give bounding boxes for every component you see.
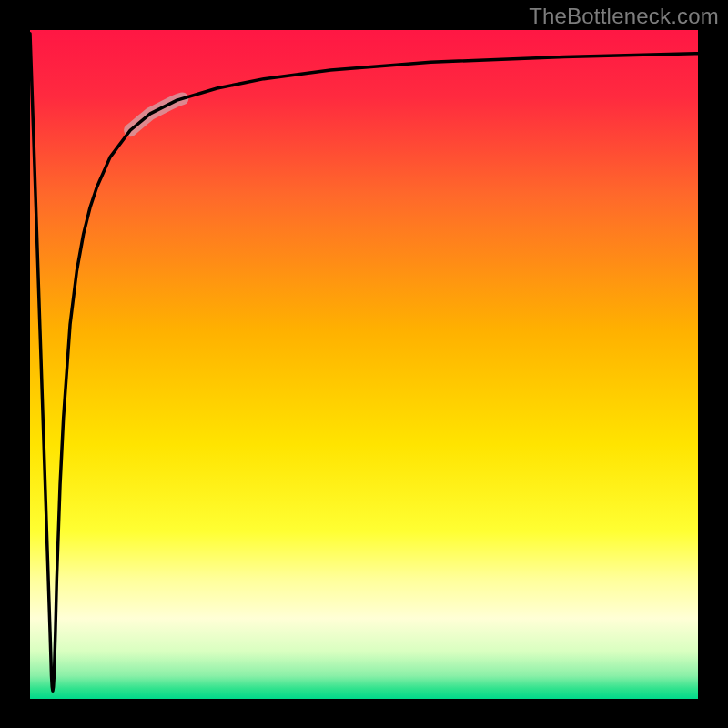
watermark-text: TheBottleneck.com	[529, 4, 719, 29]
chart-container: TheBottleneck.com	[0, 0, 728, 728]
bottleneck-chart	[0, 0, 728, 728]
